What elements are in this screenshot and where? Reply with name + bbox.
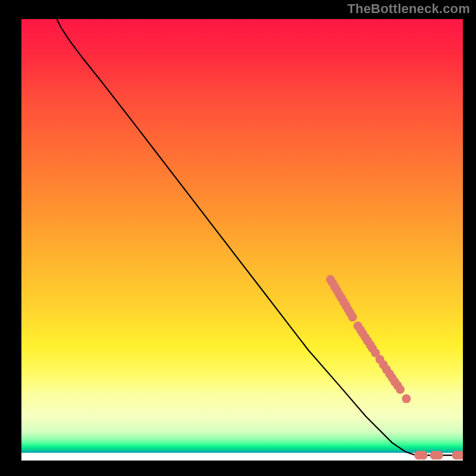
plot-area [21, 19, 463, 461]
data-dot [402, 394, 411, 403]
data-dot [348, 312, 357, 321]
dot-group [326, 275, 463, 459]
data-dot [419, 451, 428, 460]
data-dot [434, 451, 443, 460]
attribution-label: TheBottleneck.com [347, 1, 470, 17]
data-dot [396, 385, 405, 394]
chart-frame: TheBottleneck.com [0, 0, 476, 476]
curve-layer [21, 19, 463, 461]
